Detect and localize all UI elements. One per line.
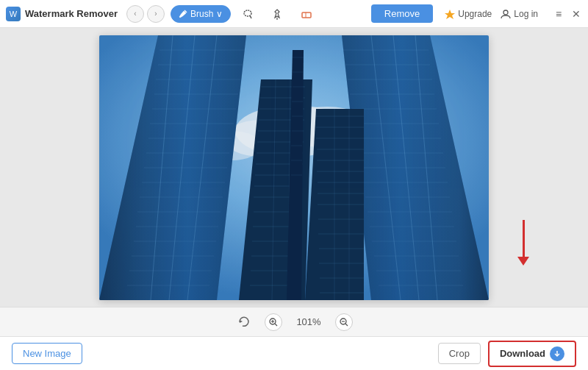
svg-line-112: [345, 324, 348, 326]
eraser-tool-button[interactable]: [294, 4, 319, 24]
brush-tool-button[interactable]: Brush ∨: [171, 5, 231, 23]
lasso-tool-button[interactable]: [235, 4, 260, 24]
zoom-level: 101%: [294, 316, 323, 327]
back-button[interactable]: ‹: [126, 5, 144, 23]
right-actions: Upgrade Log in ≡ ✕: [445, 8, 582, 20]
svg-marker-5: [445, 10, 455, 19]
app-title: Watermark Remover: [25, 8, 118, 19]
zoom-in-button[interactable]: [265, 313, 282, 331]
zoom-in-icon: [269, 318, 278, 327]
upgrade-icon: [445, 9, 455, 19]
arrow-indicator: [517, 220, 529, 266]
brush-icon: [179, 10, 187, 18]
user-icon: [501, 9, 511, 19]
upgrade-label: Upgrade: [458, 9, 492, 19]
image-container: [99, 35, 489, 300]
brush-label: Brush: [190, 9, 213, 19]
crop-button[interactable]: Crop: [438, 343, 481, 364]
download-icon: [550, 346, 564, 361]
svg-rect-105: [99, 35, 489, 300]
svg-line-108: [275, 324, 277, 326]
city-image: [99, 35, 489, 300]
new-image-button[interactable]: New Image: [12, 343, 82, 364]
pin-tool-button[interactable]: [265, 4, 290, 24]
app-logo: W Watermark Remover: [6, 7, 118, 21]
upgrade-button[interactable]: Upgrade: [445, 9, 492, 19]
brush-dropdown-icon: ∨: [216, 9, 223, 19]
reset-icon: [238, 316, 250, 328]
arrow-shaft: [523, 220, 525, 257]
download-button[interactable]: Download: [488, 341, 576, 367]
window-controls: ≡ ✕: [553, 8, 582, 20]
forward-button[interactable]: ›: [147, 5, 165, 23]
download-label: Download: [500, 348, 545, 359]
svg-rect-3: [302, 13, 311, 18]
reset-zoom-button[interactable]: [235, 313, 253, 331]
canvas-area: [0, 28, 588, 307]
login-button[interactable]: Log in: [501, 9, 538, 19]
svg-line-1: [250, 15, 251, 18]
svg-point-6: [503, 10, 508, 15]
remove-button[interactable]: Remove: [371, 4, 433, 23]
close-button[interactable]: ✕: [570, 8, 582, 20]
lasso-icon: [242, 8, 254, 20]
menu-button[interactable]: ≡: [553, 8, 564, 20]
footer-right: Crop Download: [438, 341, 576, 367]
arrow-head: [517, 257, 529, 266]
toolbar: Brush ∨: [171, 4, 319, 24]
zoom-out-icon: [340, 318, 348, 327]
eraser-icon: [301, 8, 312, 20]
svg-marker-106: [240, 320, 243, 323]
bottom-toolbar: 101%: [0, 307, 588, 336]
app-logo-icon: W: [6, 7, 21, 21]
zoom-out-button[interactable]: [335, 313, 353, 331]
login-label: Log in: [514, 9, 538, 19]
title-bar: W Watermark Remover ‹ › Brush ∨: [0, 0, 588, 28]
footer: New Image Crop Download: [0, 336, 588, 370]
pin-icon: [271, 8, 283, 20]
download-arrow-icon: [553, 350, 561, 357]
